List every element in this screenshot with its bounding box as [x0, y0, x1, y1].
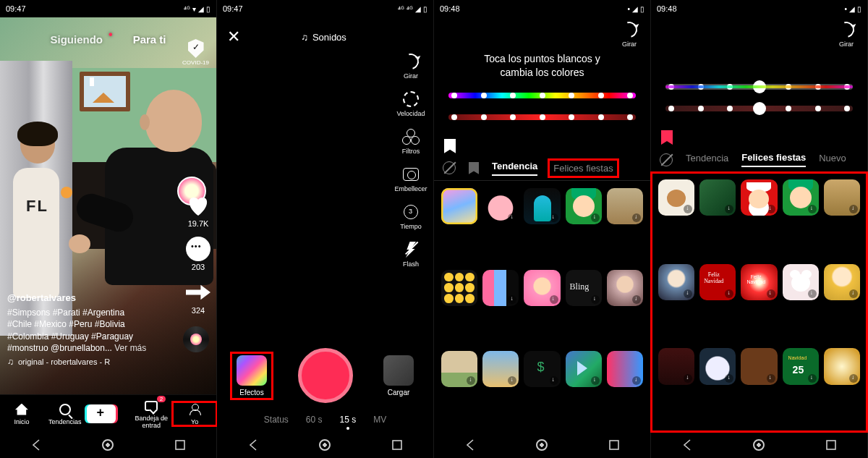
close-button[interactable]: ✕ [227, 27, 240, 46]
nav-recents[interactable] [825, 438, 838, 451]
effect-thumb[interactable] [441, 351, 477, 387]
effect-thumb[interactable] [524, 270, 560, 306]
bookmark-icon[interactable] [661, 130, 673, 145]
effect-thumb[interactable] [607, 188, 643, 224]
effect-thumb[interactable] [783, 179, 819, 216]
slider-knob[interactable] [753, 102, 766, 115]
download-icon [849, 205, 858, 213]
mode-60s[interactable]: 60 s [306, 415, 323, 425]
saturation-slider[interactable] [665, 106, 853, 111]
nav-back[interactable] [247, 438, 260, 451]
feed-viewport[interactable]: FL Siguiendo • Para ti COVID-19 19.7K 20… [0, 17, 216, 394]
download-icon [550, 213, 558, 222]
effect-thumb[interactable] [824, 348, 860, 384]
tab-new[interactable]: Nuevo [819, 153, 846, 166]
no-effect-button[interactable] [660, 153, 673, 166]
effect-thumb[interactable] [783, 348, 819, 384]
flip-button[interactable]: Girar [831, 20, 861, 48]
nav-home-btn[interactable] [536, 439, 548, 451]
effect-thumb[interactable] [566, 351, 602, 387]
effect-thumb[interactable] [783, 264, 819, 300]
effects-tabs: Tendencia Felices fiestas Nuevo [651, 148, 867, 172]
nav-create[interactable] [87, 404, 130, 423]
effects-tabs: Tendencia Felices fiestas [434, 156, 650, 181]
sounds-button[interactable]: ♫ Sonidos [301, 32, 346, 43]
effects-button[interactable]: Efectos [230, 352, 273, 400]
effect-thumb[interactable] [607, 351, 643, 387]
share-button[interactable]: 324 [186, 280, 210, 315]
screen-feed: 09:47 ⁴ᴳ▾◢▯ FL Siguiendo • Para ti COVID… [0, 0, 217, 458]
username[interactable]: @robertalvares [7, 292, 166, 305]
nav-home[interactable]: Inicio [0, 402, 43, 425]
bookmark-icon[interactable] [444, 139, 456, 153]
nav-profile[interactable]: Yo [173, 402, 216, 425]
nav-home-btn[interactable] [102, 439, 114, 451]
effect-thumb[interactable] [741, 348, 777, 384]
effect-thumb[interactable] [441, 188, 477, 224]
nav-inbox[interactable]: 2 Bandeja de entrad [129, 399, 173, 429]
effect-thumb[interactable] [741, 264, 777, 300]
nav-back[interactable] [464, 438, 477, 451]
no-effect-button[interactable] [443, 161, 456, 174]
tab-trend[interactable]: Tendencia [686, 153, 728, 166]
filters-button[interactable]: Filtros [393, 127, 429, 155]
effect-thumb[interactable] [441, 270, 477, 306]
nav-back[interactable] [681, 438, 694, 451]
saturation-slider[interactable] [448, 114, 636, 120]
nav-recents[interactable] [608, 438, 621, 451]
record-button[interactable] [298, 348, 353, 403]
effect-thumb[interactable] [524, 351, 560, 387]
comment-button[interactable]: 203 [186, 237, 210, 271]
favorites-tab[interactable] [469, 162, 479, 174]
effect-thumb[interactable] [699, 264, 736, 300]
effect-thumb[interactable] [741, 179, 777, 216]
clock: 09:47 [6, 4, 26, 13]
effect-thumb[interactable] [607, 270, 643, 306]
nav-recents[interactable] [391, 438, 404, 451]
effect-thumb[interactable] [824, 264, 860, 300]
tab-following[interactable]: Siguiendo [51, 33, 103, 46]
effect-thumb[interactable] [482, 270, 519, 306]
hue-slider[interactable] [448, 93, 636, 98]
effect-thumb[interactable] [482, 351, 519, 387]
flash-button[interactable]: Flash [393, 240, 429, 268]
effect-thumb[interactable] [824, 179, 860, 216]
speed-button[interactable]: Velocidad [393, 90, 429, 117]
nav-back[interactable] [30, 438, 43, 451]
hue-slider[interactable] [665, 84, 853, 90]
covid-badge[interactable]: COVID-19 [182, 39, 209, 66]
beauty-button[interactable]: Embellecer [393, 165, 429, 192]
see-more[interactable]: Ver más [114, 343, 146, 353]
nav-home-btn[interactable] [753, 439, 765, 451]
effect-thumb[interactable] [658, 348, 694, 384]
mode-status[interactable]: Status [264, 415, 289, 425]
effect-thumb[interactable] [658, 264, 694, 300]
tab-holidays[interactable]: Felices fiestas [550, 161, 616, 175]
caption-block[interactable]: @robertalvares #Simpsons #Parati #Argent… [7, 292, 166, 354]
like-button[interactable]: 19.7K [186, 193, 210, 228]
upload-button[interactable]: Cargar [377, 355, 420, 396]
effect-thumb[interactable] [699, 179, 736, 216]
sound-disc[interactable] [183, 326, 209, 352]
mode-15s[interactable]: 15 s [340, 415, 357, 425]
nav-recents[interactable] [174, 438, 187, 451]
flip-button[interactable]: Girar [614, 20, 644, 48]
tab-holidays[interactable]: Felices fiestas [741, 152, 806, 167]
tab-trend[interactable]: Tendencia [492, 161, 537, 176]
android-navbar [217, 432, 433, 458]
filters-icon [402, 129, 420, 145]
slider-knob[interactable] [753, 80, 766, 93]
flip-button[interactable]: Girar [393, 52, 429, 80]
timer-button[interactable]: Tiempo [393, 203, 429, 230]
sound-row[interactable]: ♫ original - robertalvares - R [7, 357, 110, 367]
nav-trends[interactable]: Tendencias [43, 402, 87, 425]
effect-thumb[interactable] [658, 179, 694, 216]
effect-thumb[interactable] [524, 188, 560, 224]
mode-mv[interactable]: MV [373, 415, 386, 425]
effect-thumb[interactable] [566, 270, 602, 306]
effect-thumb[interactable] [699, 348, 736, 384]
effect-thumb[interactable] [566, 188, 602, 224]
effect-thumb[interactable] [482, 188, 519, 224]
tab-for-you[interactable]: Para ti [133, 33, 166, 46]
nav-home-btn[interactable] [319, 439, 331, 451]
